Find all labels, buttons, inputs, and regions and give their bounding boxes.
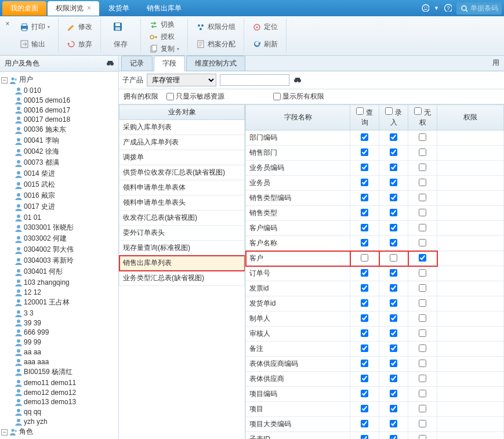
- tree-leaf[interactable]: 103 zhangqing: [12, 277, 117, 287]
- table-row[interactable]: 销售类型编码: [246, 191, 504, 206]
- checkbox-cell[interactable]: [350, 146, 379, 161]
- checkbox-cell[interactable]: [408, 372, 437, 387]
- tree-leaf[interactable]: 0 010: [12, 85, 117, 95]
- table-row[interactable]: 采购入库单列表: [119, 120, 245, 135]
- only-sensitive-checkbox[interactable]: 只显示敏感资源: [166, 92, 224, 101]
- show-all-checkbox[interactable]: 显示所有权限: [273, 92, 324, 101]
- tree-leaf[interactable]: 00073 都满: [12, 157, 117, 168]
- checkbox-cell[interactable]: [379, 251, 408, 266]
- tab-permission-browse[interactable]: 权限浏览×: [48, 1, 99, 16]
- tree-leaf[interactable]: 39 39: [12, 318, 117, 328]
- binoculars-icon[interactable]: [106, 59, 114, 68]
- table-row[interactable]: 领料申请单生单表体: [119, 180, 245, 195]
- checkbox-cell[interactable]: [350, 432, 379, 440]
- table-row[interactable]: 供货单位收发存汇总表(缺省视图): [119, 165, 245, 180]
- checkbox-cell[interactable]: [408, 417, 437, 432]
- file-assign-button[interactable]: 档案分配: [194, 38, 238, 50]
- checkbox-cell[interactable]: [350, 191, 379, 206]
- table-row[interactable]: 部门编码: [246, 130, 504, 146]
- table-row[interactable]: 项目: [246, 402, 504, 417]
- checkbox-cell[interactable]: [408, 266, 437, 281]
- table-row[interactable]: 产成品入库单列表: [119, 135, 245, 150]
- tree-root-role[interactable]: −角色: [1, 426, 117, 437]
- tree-leaf[interactable]: aa aa: [12, 347, 117, 357]
- checkbox-cell[interactable]: [408, 311, 437, 326]
- table-row[interactable]: 领料申请单生单表头: [119, 195, 245, 211]
- checkbox-cell[interactable]: [350, 281, 379, 296]
- print-button[interactable]: 打印 ▾: [17, 21, 52, 33]
- col-entry[interactable]: 录入: [379, 105, 408, 130]
- table-row[interactable]: 子表ID: [246, 432, 504, 440]
- checkbox-cell[interactable]: [350, 311, 379, 326]
- tree-leaf[interactable]: yzh yzh: [12, 416, 117, 426]
- table-row[interactable]: 表体供应商编码: [246, 357, 504, 372]
- tree-leaf[interactable]: 00041 李响: [12, 135, 117, 146]
- checkbox-cell[interactable]: [408, 206, 437, 221]
- table-row[interactable]: 备注: [246, 342, 504, 357]
- checkbox-cell[interactable]: [408, 251, 437, 266]
- collapse-icon[interactable]: −: [1, 429, 8, 436]
- table-row[interactable]: 项目编码: [246, 387, 504, 402]
- checkbox-cell[interactable]: [379, 342, 408, 357]
- tree-leaf[interactable]: 99 99: [12, 337, 117, 347]
- checkbox-cell[interactable]: [350, 176, 379, 191]
- tree-leaf[interactable]: BI00159 杨清红: [12, 367, 117, 378]
- checkbox-cell[interactable]: [350, 251, 379, 266]
- checkbox-cell[interactable]: [379, 372, 408, 387]
- tree-leaf[interactable]: 12 12: [12, 287, 117, 297]
- binoculars-icon[interactable]: [293, 75, 301, 85]
- switch-button[interactable]: 切换: [147, 19, 182, 31]
- table-row[interactable]: 收发存汇总表(缺省视图): [119, 211, 245, 226]
- checkbox-cell[interactable]: [379, 417, 408, 432]
- table-row[interactable]: 客户: [246, 251, 504, 266]
- locate-button[interactable]: 定位: [250, 21, 280, 33]
- checkbox-cell[interactable]: [408, 176, 437, 191]
- table-row[interactable]: 业务员编码: [246, 161, 504, 176]
- checkbox-cell[interactable]: [408, 236, 437, 251]
- checkbox-cell[interactable]: [350, 236, 379, 251]
- tab-desktop[interactable]: 我的桌面: [2, 1, 46, 16]
- checkbox-cell[interactable]: [350, 372, 379, 387]
- table-row[interactable]: 订单号: [246, 266, 504, 281]
- checkbox-cell[interactable]: [350, 130, 379, 146]
- checkbox-cell[interactable]: [379, 206, 408, 221]
- table-row[interactable]: 发货单id: [246, 296, 504, 311]
- checkbox-cell[interactable]: [350, 161, 379, 176]
- tree-leaf[interactable]: 0304003 蒋新玲: [12, 255, 117, 266]
- checkbox-cell[interactable]: [408, 296, 437, 311]
- table-row[interactable]: 制单人: [246, 311, 504, 326]
- checkbox-cell[interactable]: [379, 402, 408, 417]
- tab-dimension[interactable]: 维度控制方式: [186, 56, 245, 71]
- checkbox-cell[interactable]: [350, 402, 379, 417]
- tree-leaf[interactable]: qq qq: [12, 407, 117, 416]
- checkbox-cell[interactable]: [379, 326, 408, 342]
- checkbox-cell[interactable]: [350, 342, 379, 357]
- ribbon-collapse-icon[interactable]: ×: [3, 19, 12, 53]
- table-row[interactable]: 销售类型: [246, 206, 504, 221]
- tree-leaf[interactable]: aaa aaa: [12, 357, 117, 367]
- table-row[interactable]: 表体供应商: [246, 372, 504, 387]
- abandon-button[interactable]: 放弃: [64, 38, 95, 50]
- checkbox-cell[interactable]: [350, 221, 379, 236]
- tree-leaf[interactable]: demo12 demo12: [12, 387, 117, 397]
- search-box[interactable]: 单据条码: [456, 2, 502, 14]
- tree-leaf[interactable]: 00015 demo16: [12, 95, 117, 105]
- tree-leaf[interactable]: 0017 史进: [12, 201, 117, 212]
- checkbox-cell[interactable]: [350, 296, 379, 311]
- checkbox-cell[interactable]: [408, 326, 437, 342]
- table-row[interactable]: 销售部门: [246, 146, 504, 161]
- tree-leaf[interactable]: 0304002 郭大伟: [12, 244, 117, 255]
- tree-leaf[interactable]: 00017 demo18: [12, 114, 117, 124]
- checkbox-cell[interactable]: [350, 206, 379, 221]
- checkbox-cell[interactable]: [350, 417, 379, 432]
- tree-leaf[interactable]: 01 01: [12, 212, 117, 222]
- dropdown-icon[interactable]: ▼: [434, 5, 439, 11]
- authorize-button[interactable]: 授权: [147, 31, 182, 43]
- tree-leaf[interactable]: 0016 戴宗: [12, 190, 117, 201]
- checkbox-cell[interactable]: [379, 176, 408, 191]
- checkbox-cell[interactable]: [379, 221, 408, 236]
- tab-field[interactable]: 字段: [154, 56, 185, 71]
- checkbox-cell[interactable]: [408, 161, 437, 176]
- checkbox-cell[interactable]: [379, 296, 408, 311]
- col-query[interactable]: 查询: [350, 105, 379, 130]
